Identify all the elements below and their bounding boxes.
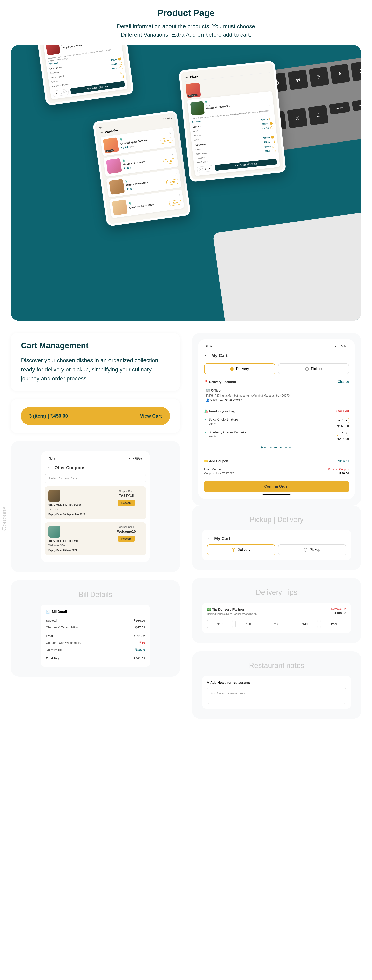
edit-link[interactable]: Edit ✎: [208, 435, 246, 438]
qty-control[interactable]: − 1 +: [197, 165, 214, 173]
remove-tip-link[interactable]: Remove Tip: [331, 608, 346, 611]
qty-control[interactable]: − 1 +: [52, 89, 69, 97]
tip-option[interactable]: ₹40: [292, 619, 318, 628]
change-link[interactable]: Change: [338, 380, 349, 384]
food-price: ₹175.0: [127, 187, 135, 191]
add-button[interactable]: ADD: [161, 137, 173, 144]
add-button[interactable]: ADD: [169, 200, 181, 206]
coupon-title: 20% OFF UP TO ₹200: [48, 503, 103, 507]
plus-icon[interactable]: +: [208, 167, 211, 170]
page-title: Product Page: [0, 8, 372, 18]
coupon-input[interactable]: Enter Coupon Code: [45, 474, 146, 483]
delivery-toggle[interactable]: Delivery: [207, 544, 275, 555]
coupons-title: Offer Coupons: [54, 465, 85, 470]
tip-option[interactable]: ₹30: [264, 619, 290, 628]
heart-icon[interactable]: ♡: [174, 173, 177, 177]
notes-textarea[interactable]: Add Notes for restaurants: [207, 688, 346, 704]
delivery-label: Delivery: [236, 367, 249, 371]
bill-header: 🧾 Bill Detail: [46, 610, 145, 614]
product-image: [46, 45, 60, 55]
minus-icon[interactable]: −: [54, 91, 58, 95]
qty-control[interactable]: −1+: [337, 418, 349, 423]
status-time: 6:09: [206, 345, 212, 348]
qty-value: 1: [342, 431, 343, 435]
view-cart-label: View Cart: [140, 413, 162, 419]
plus-icon[interactable]: +: [63, 90, 67, 94]
checkbox-icon[interactable]: [119, 62, 122, 65]
plus-icon[interactable]: +: [346, 431, 347, 435]
minus-icon[interactable]: −: [199, 167, 203, 172]
back-icon[interactable]: ←: [99, 130, 104, 135]
bill-label: Total: [46, 634, 53, 638]
coupon-card: 20% OFF UP TO ₹200 Use code Expiry Date:…: [45, 487, 146, 519]
back-icon[interactable]: ←: [207, 536, 211, 541]
pickup-toggle[interactable]: Pickup: [278, 544, 346, 555]
laptop-base: [213, 208, 361, 321]
coupon-sub: Welcome Offer: [48, 544, 103, 547]
tip-option[interactable]: Other: [320, 619, 346, 628]
veg-icon: [126, 180, 128, 183]
qty-control[interactable]: −1+: [337, 431, 349, 436]
heart-icon[interactable]: ♡: [169, 131, 172, 135]
back-icon[interactable]: ←: [184, 75, 189, 80]
food-oldprice: ₹200: [129, 145, 134, 148]
checkbox-icon[interactable]: [120, 71, 123, 74]
tip-option[interactable]: ₹10: [207, 619, 233, 628]
view-cart-bar[interactable]: 3 (item) | ₹450.00 View Cart: [21, 407, 170, 425]
addon-price: ₹40.00: [264, 145, 271, 148]
checkbox-icon[interactable]: [118, 57, 121, 60]
radio-icon[interactable]: [269, 117, 272, 120]
edit-link[interactable]: Edit ✎: [208, 422, 238, 425]
variation-name: medium: [194, 134, 201, 137]
add-more-link[interactable]: ⊕ Add more food in cart: [204, 443, 349, 452]
pickup-label: Pickup: [309, 548, 320, 552]
food-price: ₹100.0: [121, 146, 129, 150]
addon-price: ₹40.00: [112, 67, 118, 70]
heart-icon[interactable]: ♡: [171, 152, 174, 156]
checkbox-icon[interactable]: [273, 149, 276, 152]
back-icon[interactable]: ←: [47, 465, 51, 470]
checkbox-icon[interactable]: [119, 66, 122, 70]
notes-label: Restaurant notes: [202, 661, 351, 670]
heart-icon[interactable]: ♡: [268, 103, 271, 107]
coupon-header: Add Coupon: [209, 459, 228, 463]
bag-header: Food in your bag: [209, 410, 235, 413]
add-button[interactable]: ADD: [166, 179, 178, 185]
add-button[interactable]: ADD: [163, 158, 175, 165]
back-icon[interactable]: ←: [204, 353, 208, 358]
pencil-icon: ✎: [207, 681, 210, 684]
delivery-toggle[interactable]: Delivery: [204, 363, 275, 374]
clear-cart-link[interactable]: Clear Cart: [334, 409, 349, 413]
checkbox-icon[interactable]: [121, 75, 124, 78]
location-name: Office: [211, 389, 221, 393]
redeem-button[interactable]: Redeem: [118, 536, 135, 542]
pickup-toggle[interactable]: Pickup: [278, 363, 349, 374]
mycart-title: My Cart: [211, 353, 228, 358]
checkbox-icon[interactable]: [272, 140, 275, 143]
restaurant-notes-section: Restaurant notes ✎ Add Notes for restaur…: [192, 651, 361, 719]
status-time: 3:47: [49, 457, 56, 460]
coupon-image: [48, 490, 60, 502]
viewall-link[interactable]: View all: [338, 459, 349, 463]
checkbox-icon[interactable]: [272, 144, 275, 147]
cart-mgmt-title: Cart Management: [21, 341, 170, 350]
redeem-button[interactable]: Redeem: [118, 500, 135, 506]
food-image: [106, 158, 122, 174]
radio-icon[interactable]: [270, 126, 273, 129]
bill-value: ₹401.52: [134, 657, 145, 660]
key: A: [330, 64, 350, 84]
location-header: Delivery Location: [209, 380, 236, 383]
minus-icon[interactable]: −: [339, 431, 340, 435]
radio-icon[interactable]: [270, 122, 273, 125]
confirm-order-button[interactable]: Confirm Order: [204, 481, 349, 492]
page-desc-2: Different Variations, Extra Add-on befor…: [0, 30, 372, 39]
tip-option[interactable]: ₹20: [235, 619, 261, 628]
bill-label: Total Pay: [46, 657, 59, 660]
coupon-code-label: Coupon Code: [110, 525, 143, 528]
remove-coupon-link[interactable]: Remove Coupon: [328, 468, 349, 471]
checkbox-icon[interactable]: [271, 135, 274, 138]
heart-icon[interactable]: ♡: [177, 194, 180, 197]
plus-icon[interactable]: +: [346, 419, 347, 422]
addon-main-price: ₹60.00: [110, 58, 117, 61]
minus-icon[interactable]: −: [339, 419, 340, 422]
